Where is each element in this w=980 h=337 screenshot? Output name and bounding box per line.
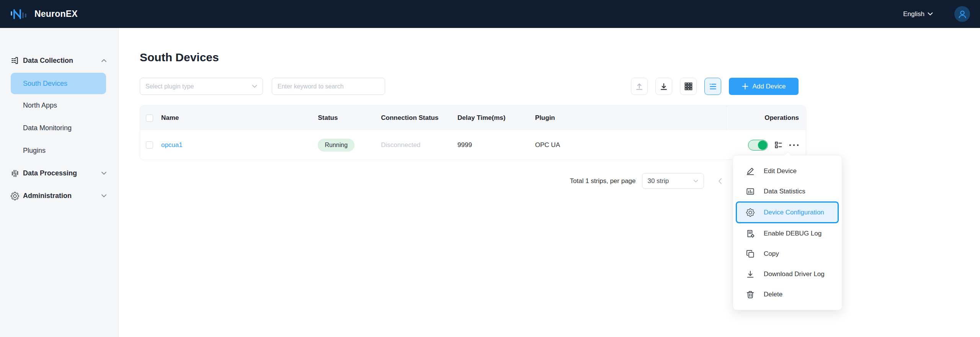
download-icon [660,82,668,91]
menu-item-download-driver-log[interactable]: Download Driver Log [733,264,842,284]
chevron-down-icon [101,172,107,175]
language-selector[interactable]: English [903,10,933,18]
neuronex-logo-icon [10,7,29,21]
chevron-down-icon [693,180,698,183]
menu-item-label: Delete [764,291,782,298]
menu-item-delete[interactable]: Delete [733,284,842,304]
sidebar-item-label: North Apps [23,101,57,110]
menu-item-label: Device Configuration [764,209,824,216]
pagination-summary: Total 1 strips, per page [570,177,636,185]
list-view-button[interactable] [704,78,721,95]
sidebar-item-plugins[interactable]: Plugins [0,139,118,162]
toggle-knob [758,141,767,150]
page-size-value: 30 strip [648,177,669,185]
administration-icon [11,192,19,200]
connection-status-text: Disconnected [381,141,420,149]
upload-icon [635,82,644,91]
row-checkbox[interactable] [146,141,153,149]
menu-item-label: Download Driver Log [764,270,825,278]
table-row: opcua1 Running Disconnected 9999 OPC UA [140,130,806,160]
sidebar-item-label: Plugins [23,147,46,155]
add-device-label: Add Device [753,83,786,90]
sidebar-section-data-processing[interactable]: Data Processing [0,162,118,185]
gear-icon [746,208,755,217]
user-avatar[interactable] [954,6,970,22]
pagination: Total 1 strips, per page 30 strip 1 [140,173,806,189]
menu-item-label: Edit Device [764,167,797,175]
upload-button[interactable] [631,78,648,95]
plugin-type-select[interactable]: Select plugin type [140,78,263,95]
sidebar-item-south-devices[interactable]: South Devices [11,73,106,94]
column-header-status: Status [318,114,381,122]
plus-icon [742,83,748,90]
menu-item-label: Enable DEBUG Log [764,230,822,237]
debug-log-icon [746,229,755,238]
data-processing-icon [11,169,19,178]
device-name-link[interactable]: opcua1 [161,141,183,149]
operations-context-menu: Edit Device Data Statistics Device Confi… [733,155,842,310]
copy-icon [746,250,755,258]
data-detail-button[interactable] [774,141,783,149]
grid-view-icon [684,82,693,90]
grid-view-button[interactable] [680,78,697,95]
data-collection-icon [11,56,19,65]
download-icon [746,270,755,278]
page-title: South Devices [140,52,806,63]
statistics-icon [746,187,755,196]
add-device-button[interactable]: Add Device [729,78,799,95]
topbar: NeuronEX English [0,0,980,28]
language-label: English [903,10,924,18]
brand: NeuronEX [10,7,78,21]
sidebar-section-label: Data Processing [23,169,77,177]
main-content: South Devices Select plugin type [119,28,980,337]
column-header-delay-time: Delay Time(ms) [457,114,535,122]
page-size-select[interactable]: 30 strip [642,173,704,189]
brand-name: NeuronEX [34,9,78,19]
table-header: Name Status Connection Status Delay Time… [140,106,806,130]
sidebar-item-label: Data Monitoring [23,124,72,132]
sidebar-section-administration[interactable]: Administration [0,185,118,207]
chevron-down-icon [252,85,257,88]
menu-item-enable-debug-log[interactable]: Enable DEBUG Log [733,223,842,244]
edit-icon [746,167,755,175]
column-header-name: Name [161,114,318,122]
more-operations-button[interactable] [789,144,799,147]
menu-item-edit-device[interactable]: Edit Device [733,161,842,181]
download-button[interactable] [655,78,672,95]
sidebar-item-data-monitoring[interactable]: Data Monitoring [0,117,118,139]
menu-item-label: Copy [764,250,779,258]
chevron-up-icon [101,59,107,62]
menu-item-copy[interactable]: Copy [733,244,842,264]
chevron-down-icon [928,12,933,16]
data-list-icon [774,141,783,149]
list-view-icon [709,82,717,91]
sidebar: Data Collection South Devices North Apps… [0,28,119,337]
chevron-down-icon [101,194,107,198]
device-enabled-toggle[interactable] [748,140,768,151]
sidebar-item-label: South Devices [23,80,67,88]
sidebar-section-label: Data Collection [23,57,73,65]
select-placeholder: Select plugin type [145,83,194,90]
search-input[interactable] [272,78,385,95]
menu-item-data-statistics[interactable]: Data Statistics [733,181,842,201]
prev-page-button[interactable] [718,178,722,184]
column-header-plugin: Plugin [535,114,726,122]
menu-item-label: Data Statistics [764,188,805,195]
column-header-operations: Operations [726,106,806,130]
sidebar-item-north-apps[interactable]: North Apps [0,94,118,117]
user-icon [957,9,967,19]
menu-item-device-configuration[interactable]: Device Configuration [736,201,839,223]
prev-page-icon [718,178,722,184]
devices-table: Name Status Connection Status Delay Time… [140,105,806,160]
sidebar-section-label: Administration [23,192,72,200]
sidebar-section-data-collection[interactable]: Data Collection [0,52,118,69]
column-header-connection-status: Connection Status [381,114,457,122]
select-all-checkbox[interactable] [146,115,153,122]
status-badge: Running [318,139,354,152]
plugin-name: OPC UA [535,141,560,149]
trash-icon [746,290,755,299]
ellipsis-icon [789,144,799,147]
delay-time-value: 9999 [457,141,472,149]
